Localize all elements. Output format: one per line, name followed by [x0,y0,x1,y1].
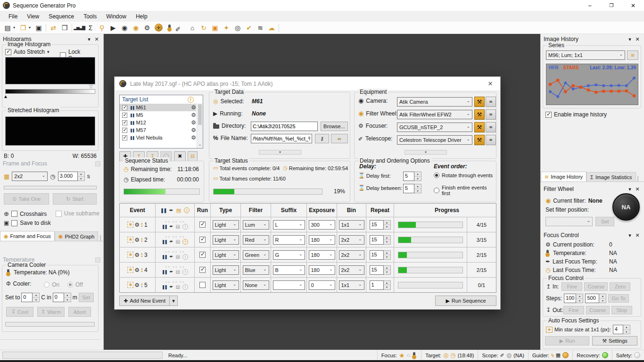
series-select[interactable]: M96; Lum; 1x1 [546,50,625,60]
import-targets-icon[interactable]: ⇄ [48,23,59,33]
brush-icon[interactable]: ✒ [169,269,173,274]
target-list-item[interactable]: ❚❚ M12 ⚙ [120,119,196,126]
target-checkbox[interactable] [122,105,127,110]
run-checkbox[interactable] [199,282,206,288]
exposure-spinner[interactable]: 3.000 [58,172,85,181]
script-icon[interactable]: ▤ [176,254,180,259]
white-point-slider[interactable]: ▽ [89,84,93,89]
image-history-icon[interactable]: ≋ [255,23,266,33]
target-checkbox[interactable] [122,120,127,125]
focuser-icon[interactable]: ⚙ [141,23,153,33]
histogram-icon[interactable]: ▂▅▃▇ [74,23,85,33]
close-icon[interactable] [93,36,100,42]
add-new-event-button[interactable]: ✚ Add New Event [119,296,170,306]
gear-icon[interactable]: ⚙ [134,282,140,288]
exposure-combo[interactable]: 180 [309,265,335,275]
new-sequence-icon[interactable]: ▤ [2,23,13,33]
close-icon[interactable] [634,36,641,42]
filter-wheel-icon[interactable]: ◉ [130,23,141,33]
target-checkbox[interactable] [122,112,127,117]
filter-select[interactable]: Red [243,235,269,245]
target-icon[interactable]: ◎ [232,23,243,33]
goto-button[interactable]: Go To [608,294,629,303]
scroll-down-icon[interactable] [197,142,203,148]
event-delete-icon[interactable]: ✖ [127,267,133,273]
collapse-icon[interactable] [626,232,634,239]
control-panel-icon[interactable]: ❒ [59,23,70,33]
type-select[interactable]: Light [213,250,239,260]
start-button[interactable]: ↻ Start [53,193,97,205]
zero-button[interactable]: Zero [610,282,630,291]
filename-input[interactable] [251,134,312,143]
gear-icon[interactable]: ⚙ [191,112,196,118]
collapse-icon[interactable] [626,36,634,42]
move-down-icon[interactable]: ▼ [140,255,143,258]
exposure-combo[interactable]: 180 [309,235,335,245]
take-one-button[interactable]: ① Take One [4,193,49,205]
warm-button[interactable]: ↥Warm [37,307,65,317]
binning-select[interactable]: 2x2 [12,172,48,181]
event-delete-icon[interactable]: ✖ [127,252,133,258]
filter-select[interactable]: Green [243,250,269,260]
exposure-combo[interactable]: 180 [309,250,335,260]
focuser-connect-button[interactable]: ⚭ [486,122,496,132]
open-sequence-dropdown-icon[interactable] [29,25,33,30]
target-list-item[interactable]: ❚❚ Viel Nebula ⚙ [120,134,196,141]
cooler-on-radio[interactable] [44,282,50,288]
filter-select[interactable]: None [243,280,269,290]
pause-icon[interactable]: ❚❚ [162,224,167,229]
focuser-select[interactable]: GCUSB_nSTEP_2 [397,123,472,132]
equipment-expander[interactable] [405,150,447,155]
image-statistics-icon[interactable]: Σ [85,23,96,33]
flat-box-icon[interactable]: ▣ [209,23,221,33]
gear-icon[interactable]: ⚙ [134,237,140,243]
target-data-expander[interactable] [259,150,301,155]
dialog-close-icon[interactable] [485,80,495,87]
add-event-dropdown-icon[interactable] [170,296,178,306]
menu-sequence[interactable]: Sequence [44,12,79,21]
brush-icon[interactable]: ✒ [169,224,173,229]
zoom-icon[interactable]: ⚲ [96,23,107,33]
filter-select[interactable]: Blue [243,265,269,275]
finish-events-radio[interactable] [434,188,439,193]
move-down-icon[interactable]: ▼ [140,225,143,228]
repeat-spinner[interactable]: 15 [370,265,391,275]
type-select[interactable]: Light [213,235,239,245]
target-list-item[interactable]: ❚❚ M57 ⚙ [120,126,196,134]
filter-position-select[interactable] [545,217,593,226]
set-temp-button[interactable]: Set [79,293,94,302]
tab-frame-and-focus[interactable]: ◉ Frame and Focus [0,231,55,241]
type-select[interactable]: Light [213,220,239,230]
filename-preview-button[interactable]: ∞ [331,134,348,143]
edit-target-button[interactable]: ⊟ [188,151,198,161]
event-delete-icon[interactable]: ✖ [127,222,133,228]
move-down-icon[interactable]: ▼ [140,240,143,243]
menu-view[interactable]: View [22,12,44,21]
telescope-select[interactable]: Celestron Telescope Driver [397,135,472,145]
exposure-combo[interactable]: 300 [309,220,335,230]
run-checkbox[interactable] [199,267,206,273]
pause-icon[interactable]: ❚❚ [162,255,167,259]
camera-settings-button[interactable]: ⚒ [474,97,485,107]
out-coarse-button[interactable]: Coarse [586,306,610,314]
autofocus-run-button[interactable]: ▶Run [545,336,589,346]
close-icon[interactable] [622,0,644,11]
run-checkbox[interactable] [199,237,206,243]
brush-icon[interactable]: ✒ [169,239,173,244]
gear-icon[interactable]: ⚙ [134,252,140,258]
brush-icon[interactable]: ✒ [169,207,173,214]
directory-input[interactable] [251,122,318,131]
weather-icon[interactable]: ☁ [266,23,277,33]
target-list-scrollbar[interactable] [197,103,203,148]
delete-target-button[interactable]: ✖ [174,151,186,161]
target-list-item[interactable]: ❚❚ M5 ⚙ [120,111,196,119]
event-delete-icon[interactable]: ✖ [127,237,133,243]
suffix-combo[interactable]: L [273,220,305,230]
repeat-spinner[interactable]: 15 [370,235,391,245]
minimize-icon[interactable] [579,0,601,11]
repeat-spinner[interactable]: 15 [370,220,391,230]
close-icon[interactable] [634,186,641,192]
delay-between-spinner[interactable]: 5 [403,184,421,193]
set-minutes-spinner[interactable]: 0 [53,293,71,302]
run-sequence-button[interactable]: ▶ Run Sequence [435,296,496,306]
